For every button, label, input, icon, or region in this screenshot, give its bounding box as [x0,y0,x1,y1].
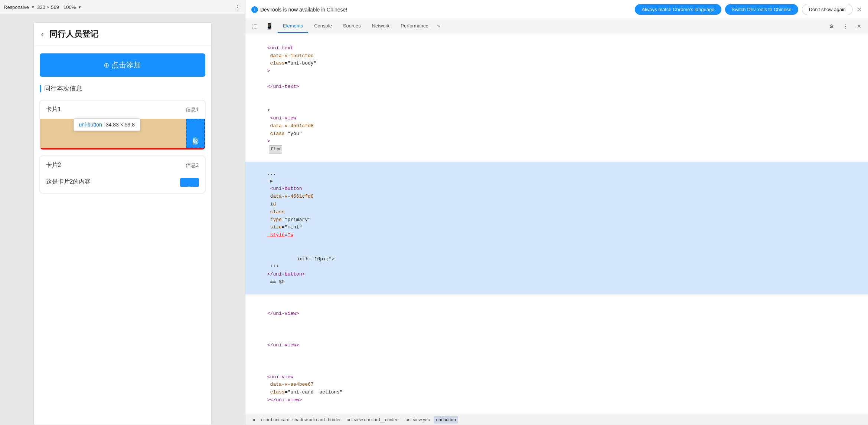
breadcrumb-item-3[interactable]: uni-button [434,416,458,424]
card1-delete-button[interactable]: 删 除 [186,119,205,148]
breadcrumb-back-icon[interactable]: ◄ [248,416,259,424]
card2-content: 这是卡片2的内容 删 除 [40,174,205,193]
devtools-more-icon[interactable]: ⋮ [839,20,852,32]
breadcrumb-item-0[interactable]: i-card.uni-card--shadow.uni-card--border [259,416,343,424]
card-1: 卡片1 信息1 uni-button 34.83 × 59.8 删 除 [40,100,205,150]
more-options-icon[interactable]: ⋮ [234,3,241,11]
mobile-content: ‹ 同行人员登记 ⊕ 点击添加 同行本次信息 卡片1 信息1 uni [33,22,212,425]
page-title: 同行人员登记 [49,29,98,40]
html-line-1: <uni-text data-v-1561cfdo class="uni-bod… [245,36,868,99]
dropdown-arrow-icon: ▾ [32,5,34,10]
page-header: ‹ 同行人员登记 [34,23,211,46]
element-tooltip: uni-button 34.83 × 59.8 [74,118,141,131]
breadcrumb-item-1[interactable]: uni-view.uni-card__content [345,416,402,424]
notification-bar: i DevTools is now available in Chinese! … [245,0,868,19]
html-line-7: <uni-view data-v-ae4bee67 class="uni-car… [245,358,868,412]
html-line-6: </uni-view> [245,326,868,358]
tab-elements[interactable]: Elements [278,19,308,33]
card2-delete-button[interactable]: 删 除 [180,178,199,187]
card1-header: 卡片1 信息1 [40,101,205,119]
section-title: 同行本次信息 [44,84,82,93]
tab-performance[interactable]: Performance [395,19,433,33]
zoom-value: 100% [63,4,76,10]
always-match-button[interactable]: Always match Chrome's language [635,4,721,15]
back-button[interactable]: ‹ [41,30,44,39]
tab-console[interactable]: Console [309,19,337,33]
breadcrumb-item-2[interactable]: uni-view.you [403,416,432,424]
tooltip-element-name: uni-button [79,122,102,128]
switch-to-chinese-button[interactable]: Switch DevTools to Chinese [725,4,798,15]
device-mode-icon[interactable]: 📱 [262,20,277,33]
zoom-arrow-icon: ▾ [79,5,81,10]
inspector-icon[interactable]: ⬚ [248,20,261,33]
devtools-panel: i DevTools is now available in Chinese! … [245,0,868,425]
html-line-2: ▾ <uni-view data-v-4561cfd8 class="you" … [245,99,868,162]
close-notification-icon[interactable]: ✕ [856,6,862,14]
left-panel: Responsive ▾ 320 × 569 100% ▾ ⋮ ‹ 同行人员登记… [0,0,245,425]
devtools-close-icon[interactable]: ✕ [853,20,865,32]
tab-sources[interactable]: Sources [338,19,366,33]
devtools-settings-icon[interactable]: ⚙ [825,20,838,32]
card-2: 卡片2 信息2 这是卡片2的内容 删 除 [40,156,205,193]
tab-network[interactable]: Network [367,19,395,33]
mobile-frame: ‹ 同行人员登记 ⊕ 点击添加 同行本次信息 卡片1 信息1 uni [0,15,245,425]
dimension-box: 320 × 569 [37,4,59,10]
card2-header: 卡片2 信息2 [40,156,205,174]
flex-badge: flex [269,145,282,154]
tooltip-dimensions: 34.83 × 59.8 [106,122,135,128]
notification-info: i DevTools is now available in Chinese! [251,6,631,13]
card2-text: 这是卡片2的内容 [46,178,91,186]
add-button[interactable]: ⊕ 点击添加 [40,53,205,77]
html-line-5: </uni-view> [245,294,868,326]
dont-show-again-button[interactable]: Don't show again [802,4,853,15]
responsive-label: Responsive [4,4,29,10]
height-value: 569 [51,4,59,10]
notification-text: DevTools is now available in Chinese! [260,7,347,13]
html-line-4: idth: 10px;"> ••• </uni-button> == $0 [245,247,868,294]
info-circle-icon: i [251,6,258,13]
html-line-3[interactable]: ... ▶ <uni-button data-v-4561cfd8 id cla… [245,162,868,247]
dimension-separator: × [47,4,50,10]
card1-info-link[interactable]: 信息1 [186,106,199,113]
width-value: 320 [37,4,45,10]
card1-title: 卡片1 [46,106,61,113]
card2-title: 卡片2 [46,161,61,169]
devtools-tabs-bar: ⬚ 📱 Elements Console Sources Network Per… [245,19,868,33]
tab-more-icon[interactable]: » [434,19,443,33]
toolbar-bar: Responsive ▾ 320 × 569 100% ▾ ⋮ [0,0,245,15]
html-viewer: <uni-text data-v-1561cfdo class="uni-bod… [245,33,868,415]
devtools-tabs-right: ⚙ ⋮ ✕ [825,20,865,32]
add-button-label: ⊕ 点击添加 [104,60,141,70]
section-label: 同行本次信息 [34,84,211,97]
breadcrumb-bar: ◄ i-card.uni-card--shadow.uni-card--bord… [245,415,868,425]
card2-info-link[interactable]: 信息2 [186,162,199,169]
blue-bar-decoration [40,85,41,92]
